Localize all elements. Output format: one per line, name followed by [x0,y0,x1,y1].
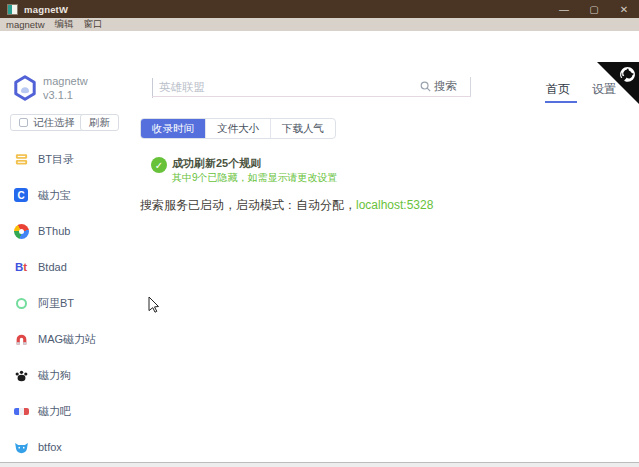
sidebar-item-label: MAG磁力站 [38,332,96,347]
fox-icon [13,439,29,455]
tab-settings[interactable]: 设置 [592,81,616,98]
sidebar-item-label: 磁力狗 [38,368,71,383]
menu-item-magnetw[interactable]: magnetw [6,19,45,30]
sidebar-item-bthub[interactable]: BThub [13,222,70,240]
tab-home[interactable]: 首页 [546,81,570,98]
search-button-label: 搜索 [434,79,457,94]
search-button[interactable]: 搜索 [420,79,457,94]
tab-home-active-underline [545,101,577,103]
search-left-divider [152,78,153,98]
sidebar-item-label: BT目录 [38,152,74,167]
menu-item-edit[interactable]: 编辑 [55,18,74,31]
notification-message: 其中9个已隐藏，如需显示请更改设置 [172,171,338,185]
app-window: magnetW — ▢ ✕ magnetw 编辑 窗口 magnetw v3.1… [0,0,639,467]
checkbox-icon [19,118,28,127]
sidebar-item-label: 磁力吧 [38,404,71,419]
alibt-icon [13,295,29,311]
notification-title: 成功刷新25个规则 [172,156,261,171]
sidebar-item-label: Btdad [38,261,67,273]
status-text: 搜索服务已启动，启动模式：自动分配， [140,198,356,212]
sidebar-item-label: 磁力宝 [38,188,71,203]
sidebar-item-mag[interactable]: MAG磁力站 [13,330,96,348]
sidebar-item-btfox[interactable]: btfox [13,438,62,456]
window-controls: — ▢ ✕ [549,0,639,18]
sidebar-item-cilidog[interactable]: 磁力狗 [13,366,71,384]
app-name: magnetw [43,75,88,87]
menu-item-window[interactable]: 窗口 [84,18,103,31]
paw-icon [13,367,29,383]
sidebar-item-bt-directory[interactable]: BT目录 [13,150,74,168]
close-button[interactable]: ✕ [609,0,639,18]
sidebar-item-alibt[interactable]: 阿里BT [13,294,74,312]
maximize-button[interactable]: ▢ [579,0,609,18]
magnet-icon [13,331,29,347]
sidebar-item-label: btfox [38,441,62,453]
sort-tab-date[interactable]: 收录时间 [141,119,205,138]
bt-directory-icon [13,151,29,167]
success-check-icon: ✓ [151,157,167,173]
search-input[interactable] [159,77,414,97]
sidebar-item-label: BThub [38,225,70,237]
cilibao-icon: C [13,187,29,203]
sort-tab-size[interactable]: 文件大小 [205,119,270,138]
bthub-icon [13,223,29,239]
remember-selection-button[interactable]: 记住选择 [10,114,84,131]
search-right-divider [470,77,471,97]
sort-tab-popularity[interactable]: 下载人气 [270,119,335,138]
status-host-link[interactable]: localhost:5328 [356,198,433,212]
app-version: v3.1.1 [43,89,73,101]
title-bar: magnetW — ▢ ✕ [0,0,639,18]
sidebar-item-ciliba[interactable]: 磁力吧 [13,402,71,420]
sidebar-item-btdad[interactable]: Bt Btdad [13,258,67,276]
window-bottom-strip [0,462,639,467]
sidebar-item-label: 阿里BT [38,296,74,311]
window-title: magnetW [24,4,68,15]
app-icon [7,4,18,15]
btdad-icon: Bt [13,259,29,275]
magnetw-logo-icon [13,75,37,101]
search-icon [420,81,431,92]
minimize-button[interactable]: — [549,0,579,18]
ciliba-icon [13,403,29,419]
sort-tab-group: 收录时间 文件大小 下载人气 [140,118,336,139]
search-underline [152,96,471,97]
refresh-button[interactable]: 刷新 [80,114,119,131]
refresh-label: 刷新 [89,116,110,130]
remember-selection-label: 记住选择 [33,116,75,130]
app-content: magnetw v3.1.1 搜索 首页 设置 记住选择 刷新 [0,31,639,462]
sidebar-item-cilibao[interactable]: C 磁力宝 [13,186,71,204]
menu-bar: magnetw 编辑 窗口 [0,18,639,31]
status-line: 搜索服务已启动，启动模式：自动分配，localhost:5328 [140,197,433,214]
